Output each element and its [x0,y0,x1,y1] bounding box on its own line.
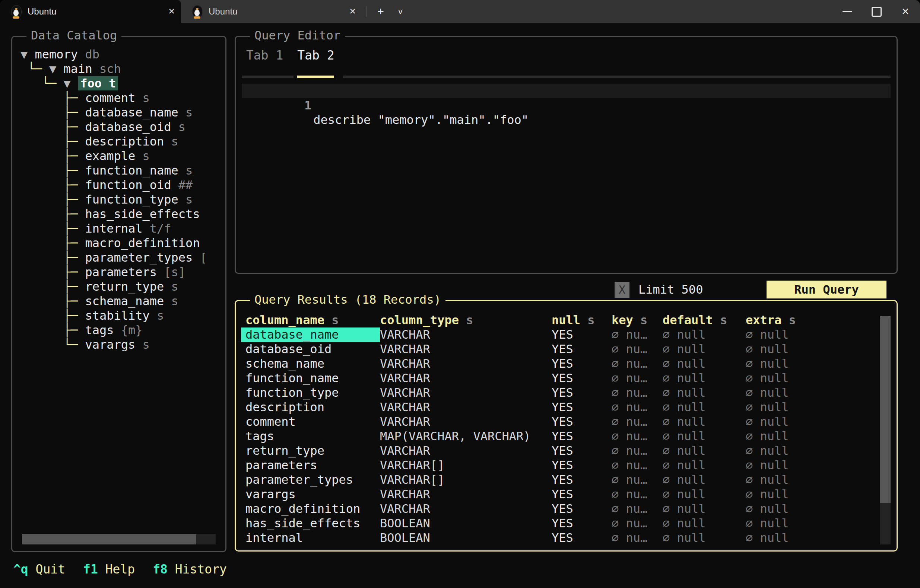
results-cell[interactable]: ∅ null [746,473,870,487]
results-cell[interactable]: ∅ nu… [612,328,662,342]
results-cell[interactable]: YES [552,502,612,516]
results-cell[interactable]: comment [241,415,380,429]
tree-item[interactable]: ├─ database_name s [21,105,224,120]
results-cell[interactable]: database_oid [241,342,380,357]
results-cell[interactable]: ∅ null [662,386,746,400]
results-cell[interactable]: YES [552,328,612,342]
results-cell[interactable]: description [241,400,380,415]
results-cell[interactable]: BOOLEAN [380,531,552,545]
results-row[interactable]: return_typeVARCHARYES∅ nu…∅ null∅ null [241,444,870,458]
results-cell[interactable]: VARCHAR [380,328,552,342]
tree-item[interactable]: └─ ▼ main sch [21,62,224,76]
new-tab-button[interactable]: + [370,0,391,23]
results-cell[interactable]: ∅ nu… [612,458,662,473]
tree-item[interactable]: ├─ example s [21,149,224,163]
catalog-scrollbar-thumb[interactable] [22,534,196,544]
run-query-button[interactable]: Run Query [766,281,886,299]
results-cell[interactable]: ∅ null [746,328,870,342]
tree-item[interactable]: ├─ comment s [21,91,224,105]
tab-close-icon[interactable]: ✕ [349,7,356,16]
results-cell[interactable]: YES [552,357,612,371]
results-cell[interactable]: schema_name [241,357,380,371]
results-row[interactable]: database_oidVARCHARYES∅ nu…∅ null∅ null [241,342,870,357]
results-cell[interactable]: internal [241,531,380,545]
results-cell[interactable]: ∅ nu… [612,531,662,545]
tree-item[interactable]: ├─ function_name s [21,163,224,178]
results-cell[interactable]: ∅ nu… [612,487,662,502]
results-cell[interactable]: ∅ null [746,429,870,444]
tree-item[interactable]: ├─ has_side_effects [21,207,224,221]
results-row[interactable]: function_typeVARCHARYES∅ nu…∅ null∅ null [241,386,870,400]
tab-dropdown-button[interactable]: v [391,0,410,23]
expand-arrow-icon[interactable]: ▼ [21,47,35,61]
editor-tab[interactable]: Tab 2 [297,48,334,63]
results-row[interactable]: has_side_effectsBOOLEANYES∅ nu…∅ null∅ n… [241,516,870,531]
results-cell[interactable]: YES [552,487,612,502]
results-row[interactable]: varargsVARCHARYES∅ nu…∅ null∅ null [241,487,870,502]
results-cell[interactable]: VARCHAR [380,487,552,502]
results-row[interactable]: parametersVARCHAR[]YES∅ nu…∅ null∅ null [241,458,870,473]
results-cell[interactable]: ∅ null [662,415,746,429]
results-cell[interactable]: has_side_effects [241,516,380,531]
expand-arrow-icon[interactable]: ▼ [64,76,78,90]
close-button[interactable]: ✕ [891,0,920,23]
tree-item[interactable]: └─ ▼ foo t [21,76,224,91]
results-cell[interactable]: YES [552,400,612,415]
results-row[interactable]: macro_definitionVARCHARYES∅ nu…∅ null∅ n… [241,502,870,516]
results-cell[interactable]: macro_definition [241,502,380,516]
results-cell[interactable]: ∅ null [746,502,870,516]
tree-item[interactable]: ├─ parameters [s] [21,265,224,279]
results-cell[interactable]: ∅ null [746,342,870,357]
limit-checkbox[interactable]: X [615,282,630,298]
results-row[interactable]: parameter_typesVARCHAR[]YES∅ nu…∅ null∅ … [241,473,870,487]
results-cell[interactable]: ∅ null [746,400,870,415]
editor-tab[interactable]: Tab 1 [246,48,283,63]
results-cell[interactable]: database_name [241,328,380,342]
results-cell[interactable]: ∅ null [746,371,870,386]
results-cell[interactable]: function_type [241,386,380,400]
results-cell[interactable]: VARCHAR [380,444,552,458]
results-cell[interactable]: ∅ null [746,386,870,400]
results-cell[interactable]: YES [552,444,612,458]
results-column-header[interactable]: column_name s [241,313,380,328]
results-cell[interactable]: ∅ null [746,531,870,545]
results-cell[interactable]: ∅ null [746,487,870,502]
results-cell[interactable]: ∅ nu… [612,444,662,458]
results-cell[interactable]: tags [241,429,380,444]
results-cell[interactable]: YES [552,473,612,487]
results-cell[interactable]: ∅ null [662,516,746,531]
tree-item[interactable]: ├─ macro_definition [21,236,224,250]
results-cell[interactable]: VARCHAR [380,415,552,429]
results-column-header[interactable]: key s [612,313,662,328]
results-cell[interactable]: return_type [241,444,380,458]
footer-shortcut[interactable]: f1 Help [83,562,135,577]
results-cell[interactable]: ∅ nu… [612,502,662,516]
results-cell[interactable]: ∅ null [662,531,746,545]
results-cell[interactable]: ∅ null [746,357,870,371]
results-cell[interactable]: VARCHAR [380,502,552,516]
results-vertical-scrollbar[interactable] [880,316,891,544]
results-cell[interactable]: ∅ nu… [612,357,662,371]
results-cell[interactable]: ∅ null [746,415,870,429]
results-column-header[interactable]: default s [662,313,746,328]
tree-item[interactable]: ├─ parameter_types [ [21,250,224,265]
results-cell[interactable]: YES [552,386,612,400]
results-cell[interactable]: ∅ null [662,487,746,502]
results-cell[interactable]: ∅ null [662,371,746,386]
results-cell[interactable]: ∅ null [746,458,870,473]
results-cell[interactable]: YES [552,458,612,473]
results-cell[interactable]: VARCHAR[] [380,473,552,487]
results-cell[interactable]: YES [552,516,612,531]
minimize-button[interactable] [833,0,862,23]
results-cell[interactable]: VARCHAR[] [380,458,552,473]
results-cell[interactable]: ∅ nu… [612,429,662,444]
tree-item[interactable]: ├─ stability s [21,309,224,323]
results-cell[interactable]: VARCHAR [380,386,552,400]
results-cell[interactable]: parameter_types [241,473,380,487]
results-cell[interactable]: VARCHAR [380,357,552,371]
tree-item[interactable]: ├─ function_oid ## [21,178,224,192]
results-cell[interactable]: ∅ null [662,328,746,342]
results-cell[interactable]: BOOLEAN [380,516,552,531]
footer-shortcut[interactable]: ^q Quit [13,562,65,577]
results-cell[interactable]: VARCHAR [380,371,552,386]
